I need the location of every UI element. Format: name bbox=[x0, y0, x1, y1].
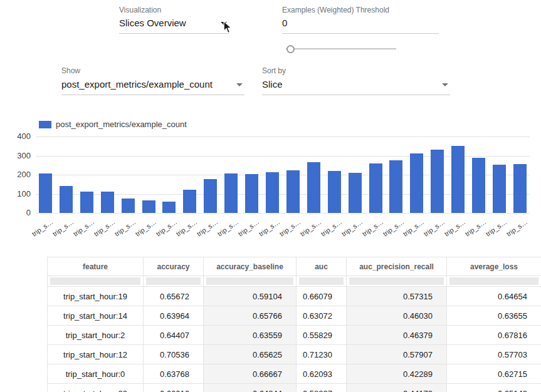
column-header-average_loss[interactable]: average_loss bbox=[447, 257, 541, 276]
x-axis-label-slot: trip_s… bbox=[183, 215, 196, 239]
filter-input-accuracy[interactable] bbox=[146, 277, 201, 285]
cell: 0.65766 bbox=[204, 306, 297, 326]
slider-track[interactable] bbox=[286, 48, 396, 49]
filter-input-auc_precision_recall[interactable] bbox=[349, 277, 444, 285]
x-axis-label: trip_s… bbox=[443, 218, 467, 238]
y-axis-tick-label: 300 bbox=[6, 151, 31, 160]
threshold-value: 0 bbox=[282, 18, 287, 28]
x-axis-label-slot: trip_s… bbox=[60, 215, 73, 239]
cell: 0.66079 bbox=[297, 287, 347, 306]
bar[interactable] bbox=[451, 146, 465, 213]
x-axis-label-slot: trip_s… bbox=[307, 215, 320, 239]
table-row[interactable]: trip_start_hour:20.644070.635590.558290.… bbox=[48, 326, 541, 345]
filter-input-auc[interactable] bbox=[299, 277, 344, 285]
x-axis-label: trip_s… bbox=[71, 218, 95, 238]
x-axis-label-slot: trip_s… bbox=[431, 215, 444, 239]
table-row[interactable]: trip_start_hour:140.639640.657660.630720… bbox=[48, 306, 541, 326]
x-axis-label-slot: trip_s… bbox=[245, 215, 258, 239]
table-row[interactable]: trip_start_hour:190.656720.591040.660790… bbox=[48, 287, 541, 306]
bar[interactable] bbox=[472, 158, 485, 213]
bar[interactable] bbox=[142, 200, 155, 213]
legend-swatch bbox=[39, 121, 51, 128]
cell: 0.64844 bbox=[204, 384, 297, 392]
filter-input-average_loss[interactable] bbox=[449, 277, 538, 285]
bar[interactable] bbox=[224, 173, 238, 213]
show-metric-select[interactable]: post_export_metrics/example_count bbox=[61, 79, 244, 95]
bar[interactable] bbox=[122, 199, 135, 213]
cell: 0.57907 bbox=[347, 345, 447, 364]
filter-input-accuracy_baseline[interactable] bbox=[206, 277, 293, 285]
bar[interactable] bbox=[60, 186, 73, 213]
table-row[interactable]: trip_start_hour:120.705360.656250.712300… bbox=[48, 345, 541, 364]
column-header-accuracy[interactable]: accuracy bbox=[144, 257, 204, 276]
x-axis-label: trip_s… bbox=[402, 218, 426, 238]
bar[interactable] bbox=[493, 165, 506, 213]
cell: 0.57315 bbox=[347, 287, 447, 306]
cell: trip_start_hour:19 bbox=[48, 287, 144, 306]
bar[interactable] bbox=[183, 190, 196, 213]
bar[interactable] bbox=[328, 171, 341, 213]
sort-by-label: Sort by bbox=[262, 66, 286, 75]
x-axis-label: trip_s… bbox=[360, 218, 384, 238]
bar[interactable] bbox=[80, 192, 93, 213]
bar[interactable] bbox=[431, 150, 444, 213]
visualization-select[interactable]: Slices Overview bbox=[119, 18, 229, 34]
x-axis-labels: trip_s…trip_s…trip_s…trip_s…trip_s…trip_… bbox=[36, 215, 530, 239]
bar[interactable] bbox=[369, 163, 382, 213]
filter-input-feature[interactable] bbox=[50, 277, 140, 285]
x-axis-label: trip_s… bbox=[216, 218, 240, 238]
column-header-auc[interactable]: auc bbox=[297, 257, 347, 276]
y-axis-tick-label: 200 bbox=[6, 170, 31, 179]
cell: 0.55829 bbox=[297, 326, 347, 345]
bar[interactable] bbox=[266, 172, 279, 213]
bar[interactable] bbox=[513, 164, 527, 213]
filter-cell bbox=[48, 276, 144, 287]
cell: 0.62715 bbox=[447, 364, 541, 384]
bar[interactable] bbox=[410, 153, 423, 213]
x-axis-label: trip_s… bbox=[51, 218, 75, 238]
cell: 0.44173 bbox=[347, 384, 447, 392]
sort-by-select[interactable]: Slice bbox=[262, 79, 450, 95]
cell: 0.66667 bbox=[204, 364, 297, 384]
chevron-down-icon[interactable] bbox=[236, 83, 243, 86]
cell: 0.63964 bbox=[144, 306, 204, 326]
bar[interactable] bbox=[204, 179, 217, 213]
x-axis-label: trip_s… bbox=[298, 218, 322, 238]
x-axis-label-slot: trip_s… bbox=[39, 215, 52, 239]
x-axis-label-slot: trip_s… bbox=[204, 215, 217, 239]
bar[interactable] bbox=[162, 202, 176, 213]
bar[interactable] bbox=[245, 174, 258, 213]
filter-cell bbox=[204, 276, 297, 287]
x-axis-label: trip_s… bbox=[381, 218, 405, 238]
slider-handle[interactable] bbox=[286, 45, 295, 53]
chevron-down-icon[interactable] bbox=[442, 83, 448, 86]
cell: 0.65625 bbox=[204, 345, 297, 364]
column-header-feature[interactable]: feature bbox=[48, 257, 144, 276]
x-axis-label: trip_s… bbox=[196, 218, 219, 238]
threshold-slider[interactable] bbox=[286, 44, 396, 53]
x-axis-label-slot: trip_s… bbox=[369, 215, 382, 239]
y-axis-tick-label: 100 bbox=[6, 189, 31, 199]
bar[interactable] bbox=[286, 170, 300, 213]
column-header-accuracy_baseline[interactable]: accuracy_baseline bbox=[204, 257, 297, 276]
x-axis-label-slot: trip_s… bbox=[328, 215, 341, 239]
bar[interactable] bbox=[349, 173, 362, 213]
x-axis-label: trip_s… bbox=[484, 218, 508, 238]
x-axis-label: trip_s… bbox=[505, 218, 528, 238]
column-header-auc_precision_recall[interactable]: auc_precision_recall bbox=[347, 257, 447, 276]
x-axis-label: trip_s… bbox=[423, 218, 446, 238]
bar[interactable] bbox=[101, 192, 114, 213]
cell: trip_start_hour:14 bbox=[48, 306, 144, 326]
bar[interactable] bbox=[307, 162, 320, 213]
threshold-input[interactable]: 0 bbox=[282, 18, 439, 34]
cell: 0.64654 bbox=[447, 287, 541, 306]
table-row[interactable]: trip_start_hour:00.637680.666670.620930.… bbox=[48, 364, 541, 384]
cell: trip_start_hour:0 bbox=[48, 364, 144, 384]
cell: 0.66016 bbox=[144, 384, 204, 392]
bar[interactable] bbox=[389, 160, 402, 213]
chevron-down-icon[interactable] bbox=[221, 22, 227, 25]
x-axis-label: trip_s… bbox=[278, 218, 302, 238]
table-row[interactable]: trip_start_hour:230.660160.648440.583370… bbox=[48, 384, 541, 392]
bar[interactable] bbox=[39, 173, 52, 213]
show-label: Show bbox=[61, 66, 80, 75]
